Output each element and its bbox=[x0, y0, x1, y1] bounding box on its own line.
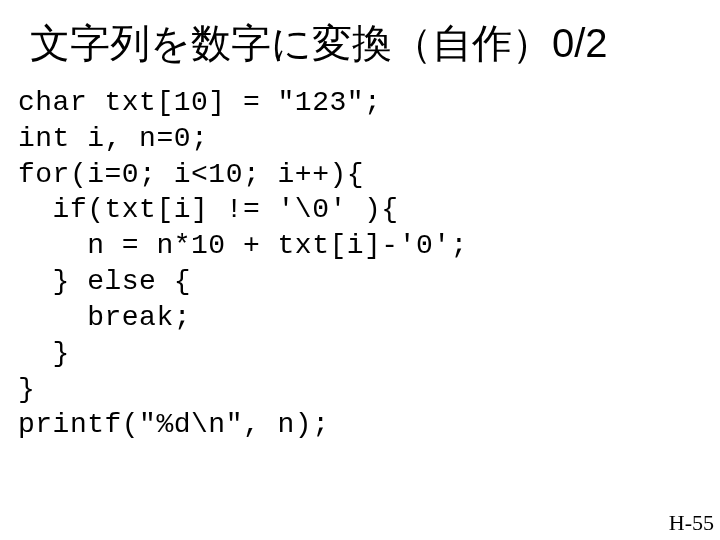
code-block: char txt[10] = "123"; int i, n=0; for(i=… bbox=[0, 85, 720, 443]
slide-number: H-55 bbox=[669, 510, 714, 536]
slide-title: 文字列を数字に変換（自作）0/2 bbox=[0, 0, 720, 85]
